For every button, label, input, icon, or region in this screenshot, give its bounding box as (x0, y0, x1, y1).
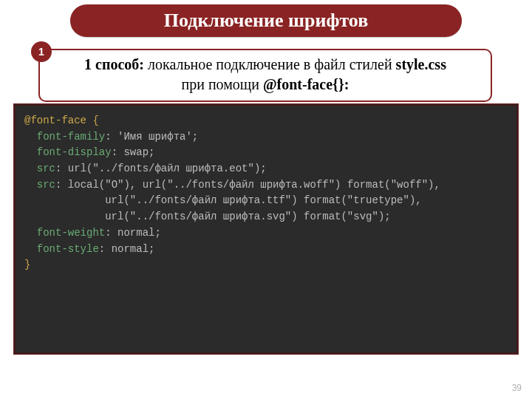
subtitle-line-2: при помощи @font-face{}: (47, 75, 483, 95)
code-val: normal; (112, 227, 161, 239)
page-number: 39 (512, 383, 522, 393)
code-colon: : (105, 131, 111, 143)
code-val: swap; (117, 146, 154, 158)
code-colon: : (112, 146, 117, 158)
code-val: url("../fonts/файл шрифта.ttf") format("… (105, 194, 421, 206)
slide-title: Подключение шрифтов (164, 10, 368, 32)
subtitle-line2b: @font-face{}: (263, 76, 349, 92)
code-prop: src (37, 179, 55, 191)
subtitle-file: style.css (396, 56, 446, 72)
code-rule: @font-face (24, 115, 86, 126)
code-colon: : (99, 243, 105, 255)
code-prop: src (37, 163, 55, 174)
slide-title-bar: Подключение шрифтов (70, 4, 462, 37)
code-brace-open: { (86, 115, 99, 126)
code-block: @font-face { font-family: 'Имя шрифта'; … (13, 103, 519, 355)
subtitle-box: 1 способ: локальное подключение в файл с… (38, 49, 492, 102)
code-val: local("O"), url("../fonts/файл шрифта.wo… (61, 179, 440, 191)
code-val: url("../fonts/файл шрифта.eot"); (61, 163, 266, 174)
code-prop: font-weight (37, 227, 105, 239)
step-badge-number: 1 (38, 46, 44, 58)
subtitle-line-1: 1 способ: локальное подключение в файл с… (47, 55, 483, 75)
step-badge: 1 (31, 41, 52, 62)
code-colon: : (105, 227, 111, 239)
subtitle-rest1: локальное подключение в файл стилей (144, 56, 396, 72)
code-brace-close: } (24, 259, 30, 270)
subtitle-lead: 1 способ: (84, 56, 144, 72)
code-val: url("../fonts/файл шрифта.svg") format("… (105, 211, 390, 222)
code-val: normal; (105, 243, 154, 255)
code-prop: font-display (37, 146, 112, 158)
code-val: 'Имя шрифта'; (112, 131, 199, 143)
subtitle-line2a: при помощи (181, 76, 263, 92)
code-prop: font-family (37, 131, 105, 143)
code-prop: font-style (37, 243, 99, 255)
